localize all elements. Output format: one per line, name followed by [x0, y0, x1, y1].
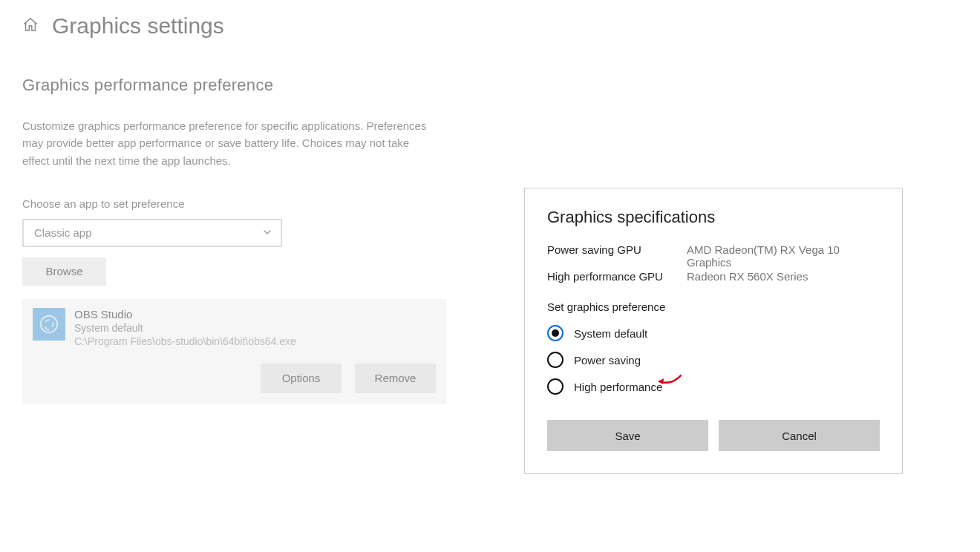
choose-app-label: Choose an app to set preference: [22, 197, 460, 210]
home-icon[interactable]: [22, 16, 39, 36]
radio-label: System default: [574, 327, 647, 340]
app-card: OBS Studio System default C:\Program Fil…: [22, 299, 446, 404]
preference-radio-group: System default Power saving High perform…: [547, 325, 880, 395]
main-content: Graphics performance preference Customiz…: [0, 76, 460, 404]
browse-button[interactable]: Browse: [22, 257, 106, 286]
radio-power-saving[interactable]: Power saving: [547, 352, 880, 368]
page-header: Graphics settings: [0, 0, 980, 39]
radio-indicator: [547, 378, 564, 395]
high-perf-gpu-label: High performance GPU: [547, 270, 687, 283]
app-meta: OBS Studio System default C:\Program Fil…: [74, 308, 296, 347]
graphics-spec-panel: Graphics specifications Power saving GPU…: [524, 188, 903, 474]
radio-system-default[interactable]: System default: [547, 325, 880, 341]
section-heading: Graphics performance preference: [22, 76, 460, 95]
section-description: Customize graphics performance preferenc…: [22, 117, 438, 169]
app-type-dropdown[interactable]: Classic app: [22, 219, 282, 247]
options-button[interactable]: Options: [261, 364, 342, 393]
radio-label: Power saving: [574, 354, 641, 367]
app-card-actions: Options Remove: [33, 364, 436, 393]
dropdown-value: Classic app: [34, 226, 92, 239]
power-saving-gpu-value: AMD Radeon(TM) RX Vega 10 Graphics: [687, 243, 880, 269]
radio-high-performance[interactable]: High performance: [547, 378, 880, 395]
cancel-button[interactable]: Cancel: [719, 420, 880, 451]
save-button[interactable]: Save: [547, 420, 708, 451]
app-preference: System default: [74, 322, 296, 334]
obs-app-icon: [33, 308, 65, 341]
app-row: OBS Studio System default C:\Program Fil…: [33, 308, 436, 347]
set-preference-heading: Set graphics preference: [547, 300, 880, 313]
panel-heading: Graphics specifications: [547, 208, 880, 227]
app-path: C:\Program Files\obs-studio\bin\64bit\ob…: [74, 335, 296, 347]
page-title: Graphics settings: [52, 13, 224, 39]
radio-label: High performance: [574, 381, 662, 393]
power-saving-gpu-label: Power saving GPU: [547, 243, 687, 269]
app-name: OBS Studio: [74, 308, 296, 321]
radio-indicator: [547, 352, 564, 368]
chevron-down-icon: [263, 226, 272, 239]
spec-grid: Power saving GPU AMD Radeon(TM) RX Vega …: [547, 243, 880, 283]
remove-button[interactable]: Remove: [355, 364, 436, 393]
radio-indicator-selected: [547, 325, 564, 341]
high-perf-gpu-value: Radeon RX 560X Series: [687, 270, 880, 283]
panel-actions: Save Cancel: [547, 420, 880, 451]
